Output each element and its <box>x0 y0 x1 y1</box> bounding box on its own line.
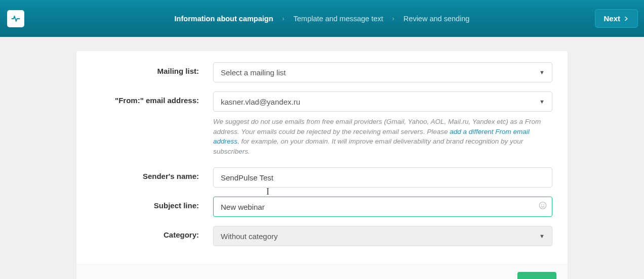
mailing-list-label: Mailing list: <box>92 62 213 75</box>
app-logo[interactable] <box>7 10 24 27</box>
step-review[interactable]: Review and sending <box>404 15 470 23</box>
sender-name-input[interactable] <box>213 167 552 188</box>
category-select[interactable]: Without category ▼ <box>213 226 552 246</box>
svg-point-1 <box>541 204 542 205</box>
card-footer: Next <box>76 264 568 279</box>
chevron-right-icon <box>623 16 629 22</box>
emoji-icon[interactable] <box>538 201 547 213</box>
next-button-label: Next <box>603 14 620 23</box>
subject-label: Subject line: <box>92 197 213 210</box>
mailing-list-placeholder: Select a mailing list <box>221 68 286 77</box>
text-cursor-icon: I <box>266 187 269 197</box>
category-label: Category: <box>92 226 213 239</box>
from-email-select[interactable]: kasner.vlad@yandex.ru ▼ <box>213 91 552 112</box>
pulse-icon <box>11 14 21 24</box>
svg-point-2 <box>543 204 544 205</box>
campaign-form-card: Mailing list: Select a mailing list ▼ "F… <box>76 51 568 279</box>
step-info[interactable]: Information about campaign <box>175 15 273 23</box>
mailing-list-select[interactable]: Select a mailing list ▼ <box>213 62 552 82</box>
caret-down-icon: ▼ <box>539 233 545 239</box>
svg-point-0 <box>539 202 546 209</box>
from-email-value: kasner.vlad@yandex.ru <box>221 98 300 106</box>
from-email-label: "From:" email address: <box>92 91 213 105</box>
step-template[interactable]: Template and message text <box>294 15 383 23</box>
next-button-top[interactable]: Next <box>595 9 638 28</box>
from-email-hint: We suggest do not use emails from free e… <box>213 117 552 156</box>
caret-down-icon: ▼ <box>539 69 545 75</box>
sender-name-label: Sender's name: <box>92 167 213 180</box>
subject-input[interactable] <box>213 197 552 217</box>
app-header: Information about campaign › Template an… <box>0 0 644 37</box>
chevron-right-icon: › <box>283 15 285 22</box>
chevron-right-icon: › <box>392 15 394 22</box>
caret-down-icon: ▼ <box>539 99 545 105</box>
category-value: Without category <box>221 232 278 241</box>
next-button[interactable]: Next <box>517 272 556 279</box>
hint-text-after: , for example, on your domain. It will i… <box>213 137 523 155</box>
wizard-steps: Information about campaign › Template an… <box>175 15 470 23</box>
